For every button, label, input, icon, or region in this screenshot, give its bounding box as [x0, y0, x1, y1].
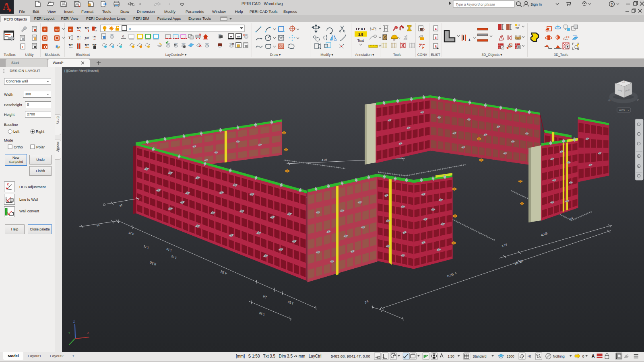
svg-text:A: A — [591, 354, 595, 359]
svg-text:Standard: Standard — [473, 354, 486, 358]
svg-text:1:50: 1:50 — [448, 354, 454, 358]
svg-text:Nothing: Nothing — [553, 354, 565, 358]
svg-text:TXT: TXT — [69, 44, 72, 46]
svg-text:TXT: TXT — [85, 27, 89, 29]
svg-text:Type a keyword or phrase: Type a keyword or phrase — [456, 2, 495, 6]
svg-text:Y: Y — [68, 331, 70, 335]
svg-text:S: S — [435, 45, 437, 48]
svg-text:10: 10 — [517, 38, 519, 40]
svg-text:Text: Text — [357, 39, 364, 43]
svg-text:TXT: TXT — [69, 29, 72, 31]
svg-text:TXT: TXT — [516, 27, 519, 29]
svg-text:T: T — [22, 45, 24, 49]
svg-text:TXT: TXT — [55, 29, 59, 31]
svg-text:WCS: WCS — [619, 109, 625, 111]
svg-text:0: 0 — [122, 35, 124, 38]
svg-text:Sign In: Sign In — [530, 2, 542, 6]
svg-text:+0: +0 — [527, 354, 531, 358]
svg-text:T: T — [68, 36, 71, 40]
svg-text:M: M — [232, 43, 234, 45]
svg-text:TEXT: TEXT — [355, 27, 366, 31]
svg-text:TXT: TXT — [77, 35, 80, 38]
svg-text:E: E — [435, 27, 437, 31]
svg-text:RF: RF — [393, 39, 396, 41]
svg-text:TXT: TXT — [85, 44, 89, 46]
svg-text:!: ! — [208, 45, 208, 47]
svg-text:+: + — [468, 37, 471, 42]
svg-text:1:X: 1:X — [95, 30, 97, 32]
svg-text:Sub: Sub — [237, 36, 241, 38]
svg-text:S: S — [435, 36, 437, 39]
svg-text:0: 0 — [129, 27, 131, 31]
svg-text:?: ? — [611, 2, 613, 6]
svg-text:TXT: TXT — [93, 35, 96, 38]
svg-text:1500: 1500 — [507, 354, 514, 358]
svg-text:TXT: TXT — [77, 27, 80, 29]
svg-text:Z: Z — [73, 320, 75, 323]
svg-text:M: M — [230, 35, 232, 38]
svg-text:40: 40 — [93, 39, 96, 41]
svg-text:[-][Custom View][Shaded]: [-][Custom View][Shaded] — [64, 69, 99, 72]
svg-text:X: X — [87, 331, 89, 335]
svg-text:0: 0 — [582, 354, 584, 358]
svg-text:3.5: 3.5 — [358, 33, 363, 37]
svg-text:TXT: TXT — [77, 39, 81, 41]
svg-text:TXT: TXT — [93, 44, 96, 46]
svg-text:4.98: 4.98 — [322, 158, 327, 162]
